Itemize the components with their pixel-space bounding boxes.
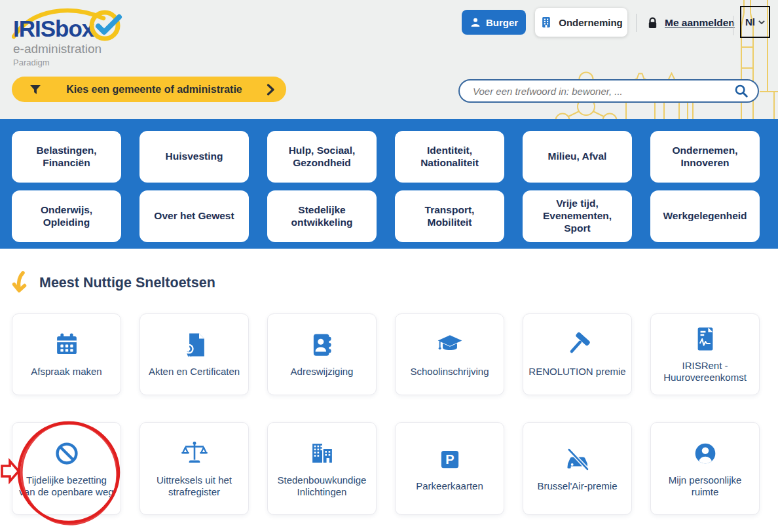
category-stedelijke-ontwikkeling[interactable]: Stedelijke ontwikkeling <box>267 190 377 242</box>
category-label: Onderwijs, Opleiding <box>18 204 115 229</box>
down-arrow-icon <box>10 270 33 296</box>
header-divider-2 <box>733 16 733 35</box>
buildings-icon <box>308 440 336 467</box>
shortcut-afspraak-maken[interactable]: Afspraak maken <box>12 313 121 395</box>
language-selector[interactable]: Nl <box>740 6 770 38</box>
prohibition-icon <box>53 440 81 467</box>
shortcut-label: Schoolinschrijving <box>410 366 489 378</box>
category-belastingen[interactable]: Belastingen, Financiën <box>12 131 121 183</box>
login-link[interactable]: Me aanmelden <box>646 14 735 32</box>
shortcut-label: IRISRent - Huurovereenkomst <box>656 360 754 383</box>
category-vrije-tijd[interactable]: Vrije tijd, Evenementen, Sport <box>523 190 632 242</box>
person-icon <box>470 16 481 28</box>
irisbox-homepage: IRISbox e-administration Paradigm Burger <box>0 0 778 532</box>
category-onderwijs[interactable]: Onderwijs, Opleiding <box>12 190 121 242</box>
shortcuts-heading: Meest Nuttige Sneltoetsen <box>39 275 215 291</box>
certificate-icon <box>181 331 208 359</box>
category-label: Milieu, Afval <box>548 151 607 163</box>
shortcut-label: Tijdelijke bezetting van de openbare weg <box>18 474 115 498</box>
svg-text:P: P <box>445 452 454 467</box>
shortcut-brusselair-premie[interactable]: Brussel'Air-premie <box>523 422 632 515</box>
shortcut-label: Mijn persoonlijke ruimte <box>656 474 754 498</box>
chevron-down-icon <box>758 20 765 24</box>
category-label: Ondernemen, Innoveren <box>657 145 753 169</box>
rental-contract-icon <box>692 325 719 353</box>
category-label: Transport, Mobiliteit <box>401 204 498 229</box>
car-slash-icon <box>564 446 591 473</box>
shortcut-label: Afspraak maken <box>31 366 102 378</box>
category-label: Vrije tijd, Evenementen, Sport <box>529 198 625 235</box>
chevron-right-icon <box>267 84 274 96</box>
category-label: Hulp, Sociaal, Gezondheid <box>274 145 370 169</box>
shortcut-parkeerkaarten[interactable]: P Parkeerkaarten <box>395 422 504 515</box>
shortcut-stedenbouwkundige[interactable]: Stedenbouwkundige Inlichtingen <box>267 422 377 515</box>
brand-subtitle: e-administration <box>13 42 102 56</box>
filter-label: Kies een gemeente of administratie <box>42 84 267 96</box>
category-label: Werkgelegenheid <box>663 210 747 222</box>
checkmark-badge-icon <box>88 8 126 46</box>
shortcut-irisrent[interactable]: IRISRent - Huurovereenkomst <box>650 313 760 395</box>
irisbox-logo[interactable]: IRISbox e-administration Paradigm <box>12 5 169 71</box>
category-huisvesting[interactable]: Huisvesting <box>139 131 249 183</box>
search-input[interactable] <box>472 85 734 98</box>
login-label: Me aanmelden <box>665 17 735 29</box>
shortcut-adreswijziging[interactable]: Adreswijziging <box>267 313 377 395</box>
shortcut-label: RENOLUTION premie <box>528 366 625 378</box>
lock-icon <box>646 16 659 30</box>
category-milieu[interactable]: Milieu, Afval <box>523 131 632 183</box>
shortcut-label: Akten en Certificaten <box>149 366 240 378</box>
header: IRISbox e-administration Paradigm Burger <box>0 0 778 119</box>
category-transport[interactable]: Transport, Mobiliteit <box>395 190 504 242</box>
shortcut-label: Adreswijziging <box>291 366 354 378</box>
language-code: Nl <box>745 16 755 27</box>
filter-funnel-icon <box>29 83 42 96</box>
scales-icon <box>181 440 208 467</box>
shortcut-label: Brussel'Air-premie <box>537 480 617 492</box>
parking-icon: P <box>436 446 464 473</box>
category-over-het-gewest[interactable]: Over het Gewest <box>139 190 249 242</box>
category-label: Huisvesting <box>166 151 223 163</box>
category-label: Identiteit, Nationaliteit <box>401 145 498 169</box>
onderneming-button[interactable]: Onderneming <box>535 8 627 37</box>
category-label: Belastingen, Financiën <box>18 145 115 169</box>
category-werkgelegenheid[interactable]: Werkgelegenheid <box>650 190 760 242</box>
calendar-icon <box>53 331 81 359</box>
municipality-filter-button[interactable]: Kies een gemeente of administratie <box>12 77 286 102</box>
shortcut-schoolinschrijving[interactable]: Schoolinschrijving <box>395 313 504 395</box>
person-circle-icon <box>692 440 719 467</box>
category-label: Over het Gewest <box>154 210 234 222</box>
search-icon[interactable] <box>734 84 749 98</box>
search-bar <box>458 79 759 103</box>
shortcut-label: Stedenbouwkundige Inlichtingen <box>273 474 371 498</box>
category-hulp-sociaal[interactable]: Hulp, Sociaal, Gezondheid <box>267 131 377 183</box>
brand-byline: Paradigm <box>13 58 50 67</box>
category-label: Stedelijke ontwikkeling <box>274 204 370 229</box>
shortcut-label: Uittreksels uit het strafregister <box>145 474 243 498</box>
category-band: Belastingen, Financiën Huisvesting Hulp,… <box>0 119 778 249</box>
shortcut-renolution-premie[interactable]: RENOLUTION premie <box>523 313 632 395</box>
burger-button[interactable]: Burger <box>462 10 526 35</box>
header-divider <box>636 14 637 32</box>
shortcut-akten-certificaten[interactable]: Akten en Certificaten <box>139 313 249 395</box>
hammer-icon <box>564 331 591 359</box>
shortcut-label: Parkeerkaarten <box>416 480 483 492</box>
category-ondernemen[interactable]: Ondernemen, Innoveren <box>650 131 760 183</box>
shortcut-mijn-persoonlijke-ruimte[interactable]: Mijn persoonlijke ruimte <box>650 422 760 515</box>
brand-name: IRISbox <box>13 16 94 42</box>
category-identiteit[interactable]: Identiteit, Nationaliteit <box>395 131 504 183</box>
address-book-icon <box>308 331 336 359</box>
onderneming-label: Onderneming <box>559 17 623 28</box>
shortcut-uittreksels-strafregister[interactable]: Uittreksels uit het strafregister <box>139 422 249 515</box>
shortcut-tijdelijke-bezetting[interactable]: Tijdelijke bezetting van de openbare weg <box>12 422 121 515</box>
burger-label: Burger <box>486 17 518 28</box>
building-icon <box>540 16 553 29</box>
graduation-cap-icon <box>436 331 464 359</box>
